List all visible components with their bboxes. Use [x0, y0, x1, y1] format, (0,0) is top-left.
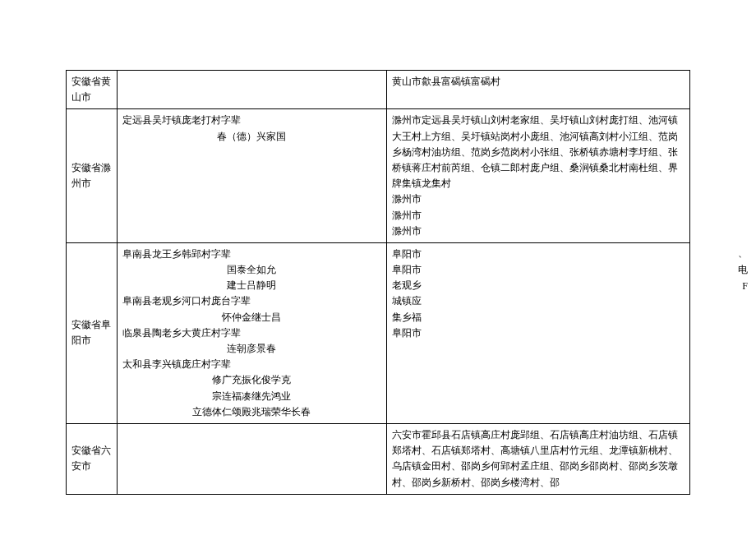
lineage-line: 怀仲金继士昌	[122, 310, 381, 325]
lineage-cell: 定远县吴圩镇庞老打村字辈春（德）兴家国	[117, 109, 386, 243]
lineage-line: 连朝彦景春	[122, 341, 381, 357]
address-cell: 滁州市定远县吴圩镇山刘村老家组、吴圩镇山刘村庞打组、池河镇大王村上方组、吴圩镇站…	[386, 109, 689, 243]
address-line: 老观乡	[392, 278, 685, 293]
address-cell: 六安市霍邱县石店镇高庄村庞郢组、石店镇高庄村油坊组、石店镇郑塔村、石店镇郑塔村、…	[386, 423, 689, 494]
lineage-cell	[117, 71, 386, 109]
lineage-line: 春（德）兴家国	[122, 129, 381, 145]
table-row: 安徽省六安市六安市霍邱县石店镇高庄村庞郢组、石店镇高庄村油坊组、石店镇郑塔村、石…	[67, 423, 690, 494]
floater: 电	[738, 261, 748, 278]
city-cell: 安徽省阜阳市	[67, 242, 118, 423]
table-row: 安徽省滁州市定远县吴圩镇庞老打村字辈春（德）兴家国滁州市定远县吴圩镇山刘村老家组…	[67, 109, 690, 243]
lineage-line: 建士吕静明	[122, 278, 381, 293]
lineage-line: 临泉县陶老乡大黄庄村字辈	[122, 325, 381, 341]
address-line: 阜阳市	[392, 325, 685, 341]
lineage-line: 阜南县老观乡河口村庞台字辈	[122, 293, 381, 309]
city-cell: 安徽省六安市	[67, 423, 118, 494]
city-cell: 安徽省黄山市	[67, 71, 118, 109]
city-name: 安徽省黄山市	[71, 76, 111, 103]
city-name: 安徽省阜阳市	[71, 319, 111, 346]
address-line: 黄山市歙县富碣镇富碣村	[392, 74, 685, 90]
lineage-line: 修广充振化俊学克	[122, 372, 381, 388]
address-cell: 黄山市歙县富碣镇富碣村	[386, 71, 689, 109]
address-line: 滁州市	[392, 224, 685, 239]
city-name: 安徽省六安市	[71, 445, 111, 472]
floater: 、	[738, 245, 748, 261]
lineage-line: 太和县李兴镇庞庄村字辈	[122, 357, 381, 372]
lineage-line: 宗连福凑继先鸿业	[122, 389, 381, 404]
lineage-line: 定远县吴圩镇庞老打村字辈	[122, 113, 381, 128]
table-row: 安徽省黄山市黄山市歙县富碣镇富碣村	[67, 71, 690, 109]
address-line: 阜阳市	[392, 247, 685, 262]
data-table: 安徽省黄山市黄山市歙县富碣镇富碣村安徽省滁州市定远县吴圩镇庞老打村字辈春（德）兴…	[66, 70, 690, 495]
table-body: 安徽省黄山市黄山市歙县富碣镇富碣村安徽省滁州市定远县吴圩镇庞老打村字辈春（德）兴…	[67, 71, 690, 495]
address-line: 城镇应	[392, 293, 685, 309]
document-page: 安徽省黄山市黄山市歙县富碣镇富碣村安徽省滁州市定远县吴圩镇庞老打村字辈春（德）兴…	[0, 0, 756, 528]
address-cell: 阜阳市阜阳市老观乡城镇应集乡福阜阳市	[386, 242, 689, 423]
address-line: 滁州市定远县吴圩镇山刘村老家组、吴圩镇山刘村庞打组、池河镇大王村上方组、吴圩镇站…	[392, 113, 685, 191]
city-name: 安徽省滁州市	[71, 162, 111, 189]
lineage-line: 立德体仁颂殿兆瑞荣华长春	[122, 404, 381, 420]
address-line: 六安市霍邱县石店镇高庄村庞郢组、石店镇高庄村油坊组、石店镇郑塔村、石店镇郑塔村、…	[392, 427, 685, 491]
margin-floaters: 、 电 F	[738, 245, 748, 294]
lineage-line: 国泰全如允	[122, 262, 381, 278]
table-row: 安徽省阜阳市阜南县龙王乡韩郢村字辈国泰全如允建士吕静明阜南县老观乡河口村庞台字辈…	[67, 242, 690, 423]
address-line: 阜阳市	[392, 262, 685, 278]
lineage-cell	[117, 423, 386, 494]
address-line: 滁州市	[392, 191, 685, 207]
lineage-cell: 阜南县龙王乡韩郢村字辈国泰全如允建士吕静明阜南县老观乡河口村庞台字辈怀仲金继士昌…	[117, 242, 386, 423]
address-line: 集乡福	[392, 310, 685, 325]
lineage-line: 阜南县龙王乡韩郢村字辈	[122, 247, 381, 262]
floater: F	[738, 278, 748, 294]
address-line: 滁州市	[392, 208, 685, 224]
city-cell: 安徽省滁州市	[67, 109, 118, 243]
